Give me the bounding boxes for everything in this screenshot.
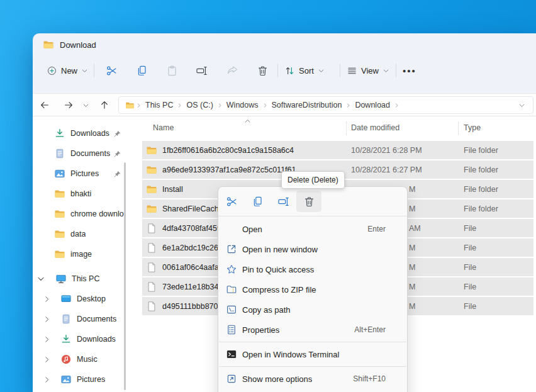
- sidebar-item-pictures-pc[interactable]: Pictures: [33, 369, 132, 389]
- context-menu: Open Enter Open in new window Pin to Qui…: [218, 186, 408, 392]
- delete-button[interactable]: [252, 60, 272, 81]
- sidebar-item-desktop[interactable]: Desktop: [33, 289, 132, 309]
- plus-circle-icon: [47, 65, 57, 76]
- cut-button[interactable]: [101, 60, 121, 81]
- table-row[interactable]: 1fb26ff0616a6b2c80c9a1c9a158a6c4 10/28/2…: [142, 141, 533, 159]
- breadcrumb-chevron-icon: [394, 103, 399, 108]
- menu-item-open-in-new-window[interactable]: Open in new window: [218, 239, 407, 259]
- folder-icon: [54, 188, 65, 199]
- sidebar-item-chrome-download[interactable]: chrome downlo: [33, 204, 132, 224]
- breadcrumb-chevron-icon: [177, 103, 182, 108]
- chevron-right-icon[interactable]: [43, 335, 51, 344]
- copy-button[interactable]: [131, 60, 152, 81]
- chevron-right-icon[interactable]: [43, 295, 51, 303]
- sidebar-item-documents-pc[interactable]: Documents: [33, 309, 132, 329]
- address-bar[interactable]: This PC OS (C:) Windows SoftwareDistribu…: [118, 96, 533, 114]
- music-icon: [60, 354, 72, 365]
- chevron-down-icon: [382, 67, 389, 74]
- menu-item-open-in-windows-terminal[interactable]: Open in Windows Terminal: [218, 344, 407, 364]
- sidebar-item-label: Downloads: [70, 129, 109, 138]
- back-arrow-icon: [40, 100, 50, 110]
- sidebar-item-label: Pictures: [70, 169, 99, 178]
- menu-item-pin-to-quick-access[interactable]: Pin to Quick access: [218, 259, 407, 279]
- new-button[interactable]: New: [43, 60, 92, 81]
- recent-locations-button[interactable]: [79, 96, 92, 115]
- forward-button[interactable]: [59, 96, 79, 115]
- star-icon: [226, 264, 237, 275]
- file-date: 10/28/2021 6:27 PM: [351, 165, 464, 174]
- sidebar-item-music[interactable]: Music: [33, 349, 132, 369]
- share-button[interactable]: [222, 60, 242, 81]
- menu-item-label: Open in Windows Terminal: [242, 350, 339, 359]
- menu-item-properties[interactable]: Properties Alt+Enter: [218, 320, 407, 340]
- folder-icon: [43, 39, 54, 50]
- navigation-bar: This PC OS (C:) Windows SoftwareDistribu…: [33, 93, 536, 116]
- sidebar-item-image[interactable]: image: [33, 244, 132, 264]
- column-divider[interactable]: [458, 121, 459, 135]
- menu-item-shortcut: Alt+Enter: [354, 325, 386, 334]
- breadcrumb-this-pc[interactable]: This PC: [143, 101, 176, 109]
- show-more-icon: [226, 373, 237, 384]
- breadcrumb-softwaredistribution[interactable]: SoftwareDistribution: [269, 101, 345, 109]
- menu-item-show-more-options[interactable]: Show more options Shift+F10: [218, 369, 407, 389]
- menu-item-shortcut: Enter: [367, 225, 386, 233]
- breadcrumb-windows[interactable]: Windows: [224, 101, 261, 109]
- sort-icon: [284, 65, 295, 76]
- sidebar-item-this-pc[interactable]: This PC: [33, 269, 132, 289]
- chevron-right-icon[interactable]: [43, 356, 51, 364]
- file-icon: [146, 281, 157, 293]
- folder-icon: [146, 203, 157, 215]
- delete-button[interactable]: [296, 191, 321, 212]
- menu-item-label: Pin to Quick access: [242, 265, 314, 274]
- column-divider[interactable]: [346, 121, 347, 135]
- chevron-right-icon[interactable]: [43, 315, 51, 323]
- sidebar-item-label: Desktop: [77, 294, 106, 303]
- sidebar-item-label: chrome downlo: [70, 210, 124, 218]
- sidebar-scrollbar[interactable]: [124, 162, 126, 390]
- breadcrumb-chevron-icon: [136, 103, 142, 108]
- sidebar-item-pictures[interactable]: Pictures: [33, 164, 132, 184]
- sidebar-item-downloads[interactable]: Downloads: [33, 123, 132, 143]
- breadcrumb-download[interactable]: Download: [352, 101, 393, 109]
- chevron-down-icon[interactable]: [36, 274, 45, 283]
- column-header-type[interactable]: Type: [464, 123, 481, 132]
- ellipsis-icon: •••: [403, 65, 416, 76]
- cut-button[interactable]: [219, 191, 244, 212]
- desktop-icon: [60, 293, 72, 305]
- sidebar-item-label: Documents: [70, 149, 110, 158]
- copy-icon: [252, 196, 264, 208]
- chevron-down-icon: [318, 67, 325, 74]
- sidebar-item-documents[interactable]: Documents: [33, 143, 132, 164]
- address-dropdown-chevron-icon[interactable]: [518, 102, 525, 109]
- menu-item-copy-as-path[interactable]: Copy as path: [218, 300, 407, 320]
- sidebar-item-bhakti[interactable]: bhakti: [33, 184, 132, 204]
- rename-button[interactable]: [271, 191, 296, 212]
- command-bar: New Sort View •••: [33, 56, 536, 85]
- breadcrumb-os-c[interactable]: OS (C:): [184, 101, 215, 109]
- zip-folder-icon: [226, 284, 237, 295]
- sidebar-item-downloads-pc[interactable]: Downloads: [33, 329, 132, 349]
- file-name: a96ede9133937af1ca9e872c5c011f61: [162, 165, 296, 174]
- menu-item-open[interactable]: Open Enter: [218, 219, 407, 239]
- downloads-icon: [54, 128, 65, 139]
- chevron-right-icon[interactable]: [43, 376, 51, 384]
- menu-item-label: Open: [242, 225, 262, 234]
- column-header-date-modified[interactable]: Date modified: [351, 123, 399, 132]
- view-icon: [347, 65, 357, 76]
- folder-icon: [54, 249, 65, 260]
- menu-item-compress-to-zip[interactable]: Compress to ZIP file: [218, 279, 407, 300]
- toolbar-separator: [396, 64, 396, 77]
- sidebar-item-data[interactable]: data: [33, 224, 132, 244]
- rename-button[interactable]: [191, 60, 211, 81]
- copy-button[interactable]: [245, 191, 270, 212]
- column-header-name[interactable]: Name: [153, 123, 174, 132]
- up-arrow-icon: [99, 100, 109, 110]
- sort-button[interactable]: Sort: [281, 60, 328, 81]
- back-button[interactable]: [35, 96, 55, 115]
- paste-button[interactable]: [162, 60, 182, 81]
- cut-icon: [106, 65, 118, 77]
- see-more-button[interactable]: •••: [399, 60, 420, 81]
- view-button[interactable]: View: [343, 60, 393, 81]
- toolbar-separator: [94, 64, 94, 77]
- up-button[interactable]: [94, 96, 114, 115]
